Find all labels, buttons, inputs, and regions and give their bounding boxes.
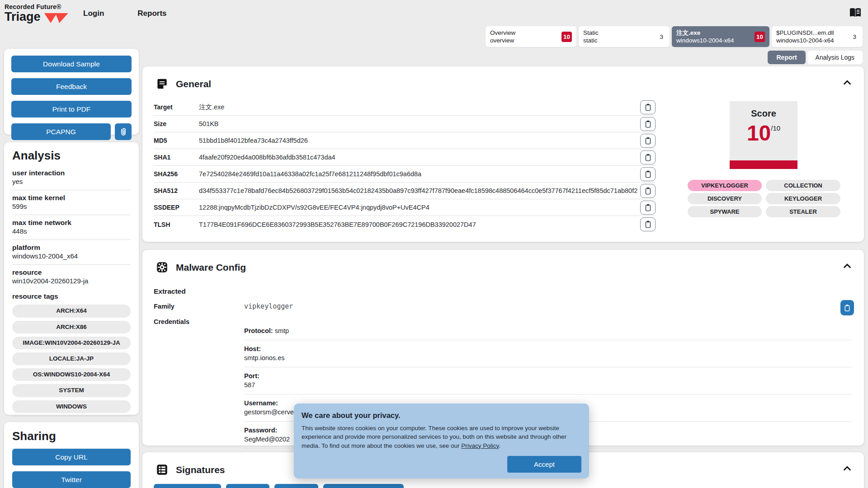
analysis-title: Analysis bbox=[12, 149, 131, 163]
tab-sample-exe[interactable]: 注文.exe windows10-2004-x64 10 bbox=[672, 26, 769, 47]
tab-overview[interactable]: Overview overview 10 bbox=[486, 26, 576, 47]
clipboard-icon bbox=[844, 304, 851, 312]
general-card: General Target 注文.exe Size 501KB MD5 51b… bbox=[142, 66, 864, 242]
credentials-label: Credentials bbox=[154, 318, 189, 325]
copy-button[interactable] bbox=[640, 201, 656, 215]
family-tag[interactable]: DISCOVERY bbox=[688, 193, 762, 204]
tab-title: 注文.exe bbox=[676, 29, 734, 37]
twitter-button[interactable]: Twitter bbox=[12, 471, 131, 488]
score-bar bbox=[730, 160, 797, 169]
collapse-chevron-icon[interactable] bbox=[842, 464, 852, 474]
report-button[interactable]: Report bbox=[768, 51, 805, 64]
analysis-logs-button[interactable]: Analysis Logs bbox=[807, 51, 863, 64]
note-icon bbox=[156, 78, 168, 90]
resource-tag: ARCH:X86 bbox=[12, 321, 131, 333]
open-book-icon[interactable] bbox=[849, 7, 862, 18]
family-value: vipkeylogger bbox=[244, 302, 293, 310]
resource-tag: SYSTEM bbox=[12, 384, 131, 397]
clipboard-icon bbox=[644, 153, 652, 162]
print-to-pdf-button[interactable]: Print to PDF bbox=[11, 101, 132, 117]
sidebar-actions-card: Download Sample Feedback Print to PDF PC… bbox=[4, 49, 139, 135]
signature-tag-command-and-control[interactable]: Command and Control bbox=[323, 484, 404, 488]
copy-config-button[interactable] bbox=[840, 300, 854, 315]
collapse-chevron-icon[interactable] bbox=[842, 78, 852, 88]
clipboard-icon bbox=[644, 170, 652, 178]
copy-button[interactable] bbox=[640, 117, 656, 131]
tab-title: Static bbox=[583, 29, 599, 37]
score-value: 10 bbox=[747, 122, 771, 144]
sharing-title: Sharing bbox=[12, 429, 131, 443]
score-card: Score 10 /10 bbox=[730, 101, 797, 169]
attachment-button[interactable] bbox=[115, 123, 132, 140]
score-label: Score bbox=[751, 108, 776, 119]
copy-button[interactable] bbox=[640, 217, 656, 231]
score-badge: 10 bbox=[755, 32, 765, 42]
list-icon bbox=[156, 464, 168, 476]
signature-tag-collection[interactable]: Collection bbox=[274, 484, 318, 488]
clipboard-icon bbox=[644, 220, 652, 229]
analysis-field: max time kernel 599s bbox=[12, 190, 131, 215]
copy-button[interactable] bbox=[640, 184, 656, 198]
family-tag-vipkeylogger[interactable]: VIPKEYLOGGER bbox=[688, 180, 762, 191]
nav-login[interactable]: Login bbox=[83, 9, 104, 18]
table-row: SHA1 4faafe20f920ed4a008bf6b36afdb3581c4… bbox=[154, 149, 656, 166]
copy-button[interactable] bbox=[640, 150, 656, 164]
analysis-field: platform windows10-2004_x64 bbox=[12, 240, 131, 265]
resource-tag: LOCALE:JA-JP bbox=[12, 352, 131, 365]
copy-button[interactable] bbox=[640, 100, 656, 114]
privacy-policy-link[interactable]: Privacy Policy bbox=[461, 442, 499, 449]
family-tag[interactable]: STEALER bbox=[766, 206, 840, 217]
extracted-label: Extracted bbox=[154, 287, 186, 296]
tab-static[interactable]: Static static 3 bbox=[579, 26, 670, 47]
feedback-button[interactable]: Feedback bbox=[11, 78, 132, 95]
signature-tag-credential-access[interactable]: Credential Access bbox=[154, 484, 221, 488]
cookie-title: We care about your privacy. bbox=[302, 411, 581, 420]
sidebar-sharing-card: Sharing Copy URL Twitter E-mail bbox=[4, 422, 139, 488]
copy-button[interactable] bbox=[640, 134, 656, 148]
family-tag[interactable]: SPYWARE bbox=[688, 206, 762, 217]
triage-logo-icon bbox=[44, 13, 67, 23]
download-sample-button[interactable]: Download Sample bbox=[11, 56, 132, 72]
cookie-body: This website stores cookies on your comp… bbox=[302, 424, 584, 450]
table-row: SHA512 d34f553377c1e78bafd76ec84b5268037… bbox=[154, 183, 656, 199]
tab-subtitle: static bbox=[583, 37, 599, 44]
cookie-consent-banner: We care about your privacy. This website… bbox=[294, 404, 589, 479]
analysis-field: resource win10v2004-20260129-ja bbox=[12, 265, 131, 289]
count-badge: 3 bbox=[660, 33, 665, 40]
brand-logo[interactable]: Recorded Future® Triage bbox=[5, 3, 67, 23]
table-row: SHA256 7e72540284e2469fd10a11a46338a02fc… bbox=[154, 166, 656, 183]
tab-subtitle: windows10-2004-x64 bbox=[676, 37, 734, 44]
family-tag-grid: VIPKEYLOGGER COLLECTION DISCOVERY KEYLOG… bbox=[688, 180, 840, 217]
table-row: Size 501KB bbox=[154, 116, 656, 132]
copy-url-button[interactable]: Copy URL bbox=[12, 449, 131, 465]
copy-button[interactable] bbox=[640, 167, 656, 181]
signatures-title: Signatures bbox=[176, 465, 225, 475]
analysis-tabs: Overview overview 10 Static static 3 注文.… bbox=[486, 26, 863, 47]
tab-subtitle: windows10-2004-x64 bbox=[776, 37, 834, 44]
collapse-chevron-icon[interactable] bbox=[842, 261, 852, 271]
resource-tags-label: resource tags bbox=[12, 289, 131, 300]
nav-reports[interactable]: Reports bbox=[137, 9, 166, 18]
family-tag[interactable]: COLLECTION bbox=[766, 180, 840, 191]
tab-title: $PLUGINSDI...em.dll bbox=[776, 29, 834, 37]
general-title: General bbox=[176, 79, 211, 89]
tab-plugin-dll[interactable]: $PLUGINSDI...em.dll windows10-2004-x64 3 bbox=[772, 26, 863, 47]
pcapng-button[interactable]: PCAPNG bbox=[11, 123, 111, 140]
general-table: Target 注文.exe Size 501KB MD5 51bbd1b8f40… bbox=[154, 99, 656, 233]
resource-tag: OS:WINDOWS10-2004-X64 bbox=[12, 368, 131, 381]
score-badge: 10 bbox=[561, 32, 572, 42]
clipboard-icon bbox=[644, 136, 652, 145]
resource-tag: WINDOWS bbox=[12, 400, 131, 413]
divider bbox=[12, 416, 131, 417]
table-row: MD5 51bbd1b8f4012bfea73c4a2743ff5d26 bbox=[154, 132, 656, 149]
gear-icon bbox=[156, 261, 168, 273]
clipboard-icon bbox=[644, 203, 652, 212]
table-row: Target 注文.exe bbox=[154, 99, 656, 116]
accept-cookies-button[interactable]: Accept bbox=[507, 456, 581, 473]
table-row: TLSH T177B4E091F696DCE6E8360372993B5E352… bbox=[154, 216, 656, 233]
paperclip-icon bbox=[120, 127, 127, 136]
family-tag[interactable]: KEYLOGGER bbox=[766, 193, 840, 204]
signature-tag-discovery[interactable]: Discovery bbox=[226, 484, 270, 488]
sidebar-analysis-card: Analysis user interaction yes max time k… bbox=[4, 142, 139, 415]
score-max: /10 bbox=[771, 124, 780, 132]
